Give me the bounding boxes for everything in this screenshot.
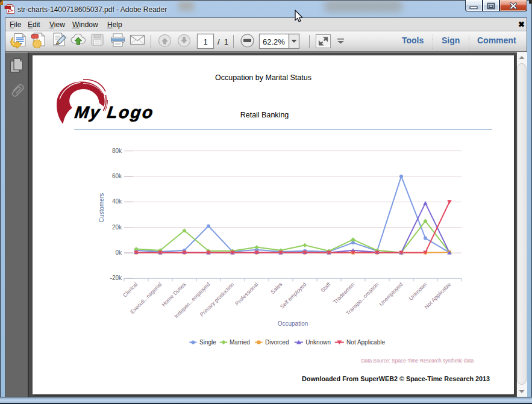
svg-text:Occupation: Occupation <box>278 320 308 327</box>
svg-text:Data Source: Space-Time Resear: Data Source: Space-Time Research synthet… <box>361 358 474 364</box>
svg-text:40k: 40k <box>112 198 122 205</box>
svg-text:Unknown: Unknown <box>305 339 331 346</box>
svg-text:Customers: Customers <box>98 193 105 222</box>
svg-text:Staff: Staff <box>319 281 331 293</box>
svg-text:Tradesmen: Tradesmen <box>332 281 355 305</box>
svg-text:80k: 80k <box>112 148 122 154</box>
svg-text:-20k: -20k <box>110 275 122 281</box>
svg-text:Not Applicable: Not Applicable <box>346 339 385 346</box>
svg-text:Home Duties: Home Duties <box>160 281 187 308</box>
svg-text:60k: 60k <box>112 173 122 179</box>
svg-text:Unemployed: Unemployed <box>378 281 404 307</box>
svg-text:20k: 20k <box>112 224 122 231</box>
svg-text:Sales: Sales <box>269 281 283 295</box>
svg-text:62.2%: 62.2% <box>263 37 285 46</box>
svg-text:0k: 0k <box>115 249 122 256</box>
svg-text:Married: Married <box>230 339 250 346</box>
svg-text:Single: Single <box>199 339 216 346</box>
svg-text:Clerical: Clerical <box>122 281 139 298</box>
svg-text:Divorced: Divorced <box>265 339 289 346</box>
svg-text:1: 1 <box>203 37 207 46</box>
svg-text:/ 1: / 1 <box>217 37 228 46</box>
svg-text:Professional: Professional <box>234 281 259 306</box>
svg-text:Unknown: Unknown <box>408 281 428 302</box>
